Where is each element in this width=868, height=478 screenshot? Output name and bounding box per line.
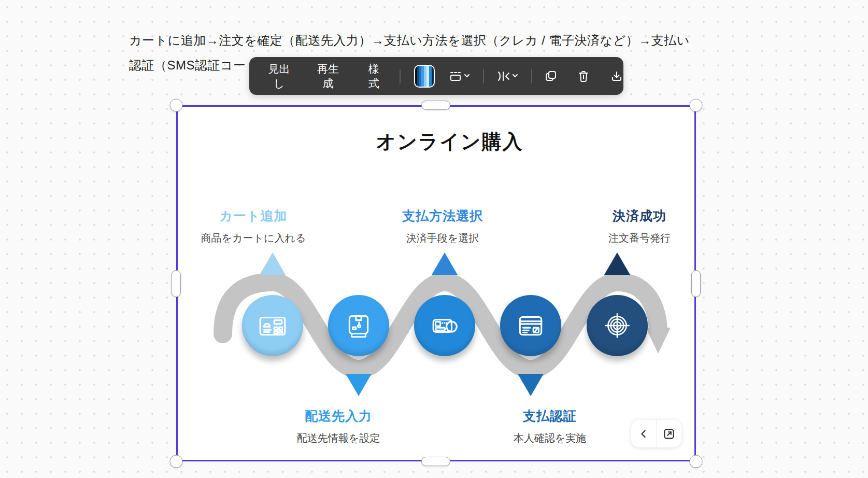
document-text-line2[interactable]: 認証（SMS認証コー [129, 57, 246, 74]
style-button[interactable]: 様式 [362, 60, 385, 93]
nav-controls [631, 420, 681, 447]
step1-node[interactable] [242, 295, 303, 356]
toolbar-divider [531, 69, 532, 83]
package-icon [344, 311, 374, 341]
regenerate-button[interactable]: 再生成 [311, 60, 345, 93]
selection-handle-n[interactable] [421, 101, 450, 110]
delete-button[interactable] [577, 68, 590, 85]
heading-button[interactable]: 見出し [262, 60, 296, 93]
trash-icon [578, 70, 589, 82]
copy-icon [545, 70, 557, 82]
chevron-down-icon [513, 74, 518, 78]
toolbar-divider [400, 69, 401, 83]
selection-handle-sw[interactable] [170, 455, 183, 468]
layout-button[interactable] [448, 68, 471, 84]
step3-node[interactable] [414, 295, 475, 356]
selection-handle-ne[interactable] [690, 99, 703, 112]
layout-icon [449, 71, 462, 82]
download-button[interactable] [610, 68, 623, 84]
step1-triangle-icon [260, 252, 286, 275]
selection-handle-w[interactable] [172, 270, 181, 297]
chevron-down-icon [464, 74, 469, 78]
step5-node[interactable]: $ [587, 295, 648, 356]
copy-button[interactable] [544, 68, 558, 85]
flow-ribbon [178, 107, 698, 463]
spacing-icon [496, 71, 510, 81]
prev-button[interactable] [631, 420, 656, 447]
download-icon [611, 71, 622, 82]
step4-triangle-icon [518, 374, 544, 396]
pos-terminal-icon [430, 311, 460, 341]
selection-frame[interactable]: オンライン購入 [176, 105, 696, 461]
document-text-line1[interactable]: カートに追加→注文を確定（配送先入力）→支払い方法を選択（クレカ / 電子決済な… [129, 32, 690, 49]
step2-node[interactable] [328, 295, 389, 356]
svg-text:$: $ [616, 324, 619, 329]
expand-button[interactable] [657, 420, 681, 447]
toolbar-divider [483, 69, 484, 83]
step3-triangle-icon [432, 252, 458, 275]
floating-toolbar: 見出し 再生成 様式 [249, 57, 623, 95]
step2-triangle-icon [346, 374, 372, 396]
canvas: { "document": { "line1": "カートに追加→注文を確定（配… [0, 0, 868, 478]
color-theme-button[interactable] [414, 65, 435, 88]
target-dollar-icon: $ [602, 311, 632, 341]
id-card-icon [258, 311, 288, 341]
credit-card-icon [516, 311, 546, 341]
selection-handle-s[interactable] [421, 457, 450, 466]
step4-node[interactable] [500, 295, 561, 356]
palette-swatch-icon [414, 65, 435, 88]
selection-handle-e[interactable] [691, 270, 701, 297]
step5-triangle-icon [604, 252, 630, 275]
expand-icon [662, 427, 676, 441]
chevron-left-icon [641, 430, 646, 438]
spacing-button[interactable] [495, 69, 519, 83]
selection-handle-se[interactable] [690, 455, 703, 468]
selection-handle-nw[interactable] [170, 99, 183, 112]
flow-arrowhead-icon [646, 328, 671, 354]
